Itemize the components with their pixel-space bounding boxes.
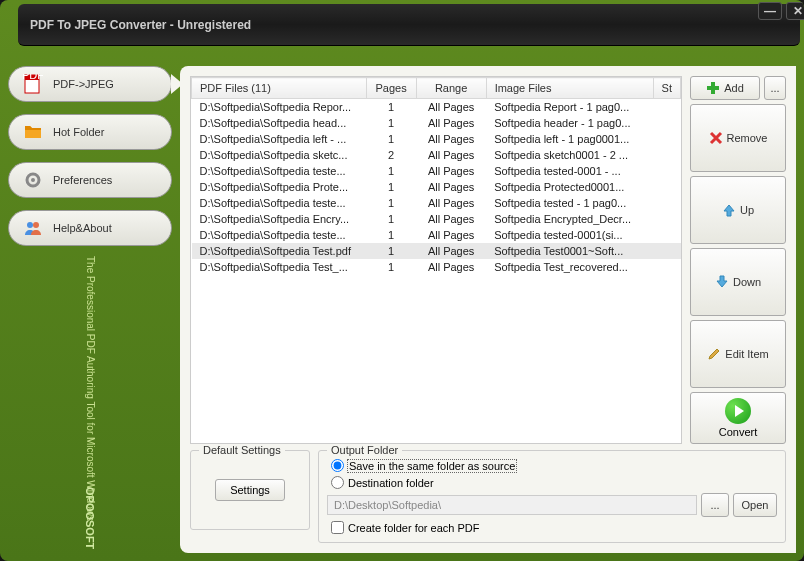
create-folder-checkbox[interactable] <box>331 521 344 534</box>
brand-name: OPOOSOFT <box>84 487 96 549</box>
edit-item-button[interactable]: Edit Item <box>690 320 786 388</box>
nav-preferences[interactable]: Preferences <box>8 162 172 198</box>
cell-status <box>653 179 680 195</box>
dest-path-input[interactable] <box>327 495 697 515</box>
convert-button[interactable]: Convert <box>690 392 786 444</box>
same-folder-radio[interactable] <box>331 459 344 472</box>
table-row[interactable]: D:\Softpedia\Softpedia teste...1All Page… <box>192 227 681 243</box>
col-status[interactable]: St <box>653 78 680 99</box>
arrow-up-icon <box>722 203 736 217</box>
cell-pages: 1 <box>366 179 416 195</box>
cell-pages: 1 <box>366 195 416 211</box>
cell-image: Softpedia tested-0001(si... <box>486 227 653 243</box>
cell-image: Softpedia Encrypted_Decr... <box>486 211 653 227</box>
cell-pages: 1 <box>366 163 416 179</box>
cell-status <box>653 147 680 163</box>
cell-pages: 1 <box>366 243 416 259</box>
cell-image: Softpedia Protected0001... <box>486 179 653 195</box>
up-button[interactable]: Up <box>690 176 786 244</box>
minimize-button[interactable]: — <box>758 2 782 20</box>
default-settings-title: Default Settings <box>199 444 285 456</box>
titlebar: PDF To JPEG Converter - Unregistered — ✕ <box>18 4 800 46</box>
window-controls: — ✕ <box>758 2 804 20</box>
lower-section: Default Settings Settings Output Folder … <box>190 450 786 543</box>
cell-range: All Pages <box>416 227 486 243</box>
open-dest-button[interactable]: Open <box>733 493 777 517</box>
nav-label: Preferences <box>53 174 112 186</box>
svg-text:PDF: PDF <box>23 74 43 81</box>
cell-status <box>653 131 680 147</box>
nav-help-about[interactable]: Help&About <box>8 210 172 246</box>
add-button[interactable]: Add <box>690 76 760 100</box>
table-row[interactable]: D:\Softpedia\Softpedia Test.pdf1All Page… <box>192 243 681 259</box>
dest-folder-radio[interactable] <box>331 476 344 489</box>
cell-range: All Pages <box>416 131 486 147</box>
nav-label: Hot Folder <box>53 126 104 138</box>
nav-hot-folder[interactable]: Hot Folder <box>8 114 172 150</box>
col-files[interactable]: PDF Files (11) <box>192 78 367 99</box>
cell-pages: 1 <box>366 211 416 227</box>
cell-image: Softpedia left - 1 pag0001... <box>486 131 653 147</box>
table-row[interactable]: D:\Softpedia\Softpedia Test_...1All Page… <box>192 259 681 275</box>
dest-folder-label: Destination folder <box>348 477 434 489</box>
cell-range: All Pages <box>416 115 486 131</box>
down-button[interactable]: Down <box>690 248 786 316</box>
cell-range: All Pages <box>416 243 486 259</box>
table-row[interactable]: D:\Softpedia\Softpedia head...1All Pages… <box>192 115 681 131</box>
close-button[interactable]: ✕ <box>786 2 804 20</box>
cell-range: All Pages <box>416 163 486 179</box>
cell-file: D:\Softpedia\Softpedia sketc... <box>192 147 367 163</box>
pencil-icon <box>707 347 721 361</box>
table-row[interactable]: D:\Softpedia\Softpedia left - ...1All Pa… <box>192 131 681 147</box>
cell-status <box>653 227 680 243</box>
people-icon <box>23 218 43 238</box>
cell-pages: 1 <box>366 99 416 116</box>
col-image[interactable]: Image Files <box>486 78 653 99</box>
cell-file: D:\Softpedia\Softpedia Prote... <box>192 179 367 195</box>
cell-image: Softpedia Test0001~Soft... <box>486 243 653 259</box>
cell-range: All Pages <box>416 147 486 163</box>
sidebar: PDF PDF->JPEG Hot Folder Preferences Hel… <box>0 46 180 561</box>
add-browse-button[interactable]: ... <box>764 76 786 100</box>
cell-file: D:\Softpedia\Softpedia teste... <box>192 195 367 211</box>
action-buttons: Add ... Remove Up Down <box>690 76 786 444</box>
pdf-icon: PDF <box>23 74 43 94</box>
cell-file: D:\Softpedia\Softpedia left - ... <box>192 131 367 147</box>
cell-range: All Pages <box>416 179 486 195</box>
svg-point-4 <box>31 178 35 182</box>
output-folder-group: Output Folder Save in the same folder as… <box>318 450 786 543</box>
col-pages[interactable]: Pages <box>366 78 416 99</box>
output-folder-title: Output Folder <box>327 444 402 456</box>
nav-pdf-jpeg[interactable]: PDF PDF->JPEG <box>8 66 172 102</box>
remove-button[interactable]: Remove <box>690 104 786 172</box>
table-row[interactable]: D:\Softpedia\Softpedia Prote...1All Page… <box>192 179 681 195</box>
col-range[interactable]: Range <box>416 78 486 99</box>
cell-file: D:\Softpedia\Softpedia Repor... <box>192 99 367 116</box>
browse-dest-button[interactable]: ... <box>701 493 729 517</box>
x-icon <box>709 131 723 145</box>
nav-label: PDF->JPEG <box>53 78 114 90</box>
table-row[interactable]: D:\Softpedia\Softpedia Repor...1All Page… <box>192 99 681 116</box>
same-folder-label: Save in the same folder as source <box>348 460 516 472</box>
cell-pages: 2 <box>366 147 416 163</box>
cell-pages: 1 <box>366 131 416 147</box>
file-table-container[interactable]: PDF Files (11) Pages Range Image Files S… <box>190 76 682 444</box>
table-row[interactable]: D:\Softpedia\Softpedia teste...1All Page… <box>192 195 681 211</box>
table-row[interactable]: D:\Softpedia\Softpedia sketc...2All Page… <box>192 147 681 163</box>
cell-pages: 1 <box>366 115 416 131</box>
table-row[interactable]: D:\Softpedia\Softpedia teste...1All Page… <box>192 163 681 179</box>
cell-image: Softpedia Report - 1 pag0... <box>486 99 653 116</box>
cell-file: D:\Softpedia\Softpedia teste... <box>192 163 367 179</box>
play-icon <box>725 398 751 424</box>
cell-status <box>653 243 680 259</box>
content-panel: PDF Files (11) Pages Range Image Files S… <box>180 66 796 553</box>
settings-button[interactable]: Settings <box>215 479 285 501</box>
main-area: PDF PDF->JPEG Hot Folder Preferences Hel… <box>0 46 804 561</box>
cell-image: Softpedia tested-0001 - ... <box>486 163 653 179</box>
cell-file: D:\Softpedia\Softpedia Test_... <box>192 259 367 275</box>
table-row[interactable]: D:\Softpedia\Softpedia Encry...1All Page… <box>192 211 681 227</box>
cell-status <box>653 163 680 179</box>
cell-range: All Pages <box>416 99 486 116</box>
cell-range: All Pages <box>416 259 486 275</box>
cell-range: All Pages <box>416 195 486 211</box>
